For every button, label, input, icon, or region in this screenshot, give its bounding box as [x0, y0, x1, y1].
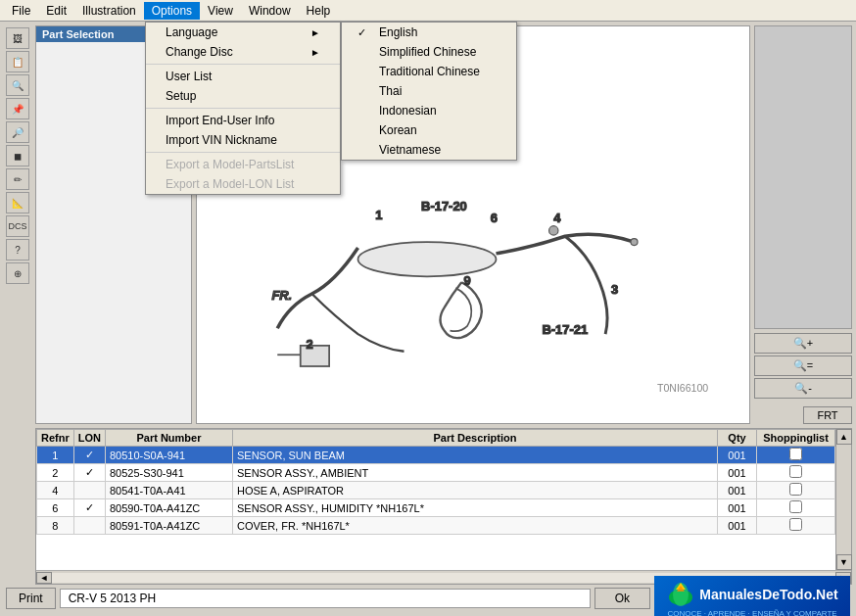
menu-file[interactable]: File: [4, 2, 38, 20]
cell-lon: ✓: [73, 499, 105, 517]
print-button[interactable]: Print: [6, 588, 56, 609]
svg-point-0: [358, 242, 497, 276]
cell-lon: ✓: [73, 464, 105, 482]
toolbar-btn-dcs[interactable]: DCS: [6, 215, 29, 237]
menu-import-vin[interactable]: Import VIN Nickname: [146, 130, 340, 150]
cell-shoppinglist: [757, 447, 835, 464]
cell-part-number: 80525-S30-941: [105, 464, 232, 482]
lang-indonesian[interactable]: Indonesian: [342, 101, 516, 120]
toolbar-btn-5[interactable]: ◼: [6, 145, 29, 166]
toolbar-btn-3[interactable]: 📌: [6, 98, 29, 119]
toolbar-btn-6[interactable]: ✏: [6, 168, 29, 190]
toolbar-btn-0[interactable]: 🖼: [6, 27, 29, 49]
svg-point-12: [549, 226, 558, 235]
cell-shoppinglist: [757, 517, 835, 535]
table-row[interactable]: 8 80591-T0A-A41ZC COVER, FR. *NH167L* 00…: [37, 517, 835, 535]
menubar: File Edit Illustration Options View Wind…: [0, 0, 856, 22]
cell-description: COVER, FR. *NH167L*: [232, 517, 717, 535]
cell-description: HOSE A, ASPIRATOR: [232, 482, 717, 499]
svg-text:4: 4: [553, 211, 561, 225]
model-label: CR-V 5 2013 PH: [60, 589, 591, 608]
menu-export-lon: Export a Model-LON List: [146, 174, 340, 194]
lang-vietnamese[interactable]: Vietnamese: [342, 140, 516, 160]
col-part-number: Part Number: [105, 430, 232, 447]
svg-text:1: 1: [375, 208, 382, 222]
zoom-out-button[interactable]: 🔍-: [754, 378, 852, 399]
separator-2: [146, 108, 340, 109]
watermark-subtitle: CONOCE · APRENDE · ENSEÑA Y COMPARTE: [667, 609, 836, 617]
cell-qty: 001: [718, 499, 757, 517]
menu-options[interactable]: Options: [144, 2, 200, 20]
svg-text:3: 3: [611, 282, 618, 297]
cell-part-number: 80510-S0A-941: [105, 447, 232, 464]
shopping-checkbox[interactable]: [789, 483, 802, 496]
separator-1: [146, 64, 340, 65]
menu-help[interactable]: Help: [299, 2, 339, 20]
menu-view[interactable]: View: [200, 2, 241, 20]
table-row[interactable]: 4 80541-T0A-A41 HOSE A, ASPIRATOR 001: [37, 482, 835, 499]
cell-shoppinglist: [757, 464, 835, 482]
svg-text:B-17-20: B-17-20: [421, 199, 467, 213]
cell-part-number: 80591-T0A-A41ZC: [105, 517, 232, 535]
scroll-up-button[interactable]: ▲: [836, 429, 852, 445]
lang-korean[interactable]: Korean: [342, 120, 516, 140]
menu-import-end-user[interactable]: Import End-User Info: [146, 111, 340, 130]
toolbar-btn-7[interactable]: 📐: [6, 192, 29, 213]
cell-refnr: 2: [37, 464, 74, 482]
svg-text:T0NI66100: T0NI66100: [657, 382, 708, 394]
lang-simplified-chinese[interactable]: Simplified Chinese: [342, 42, 516, 62]
lang-traditional-chinese[interactable]: Traditional Chinese: [342, 62, 516, 81]
menu-setup[interactable]: Setup: [146, 86, 340, 106]
scroll-left-button[interactable]: ◄: [36, 572, 52, 584]
cell-qty: 001: [718, 447, 757, 464]
check-icon-english: ✓: [357, 26, 371, 39]
cell-shoppinglist: [757, 482, 835, 499]
shopping-checkbox[interactable]: [789, 518, 802, 531]
cell-qty: 001: [718, 482, 757, 499]
right-panel: 🔍+ 🔍= 🔍- FRT: [754, 25, 852, 424]
table-row[interactable]: 1 ✓ 80510-S0A-941 SENSOR, SUN BEAM 001: [37, 447, 835, 464]
cell-description: SENSOR ASSY., AMBIENT: [232, 464, 717, 482]
svg-point-13: [631, 239, 638, 246]
menu-export-partslist: Export a Model-PartsList: [146, 155, 340, 174]
table-row[interactable]: 6 ✓ 80590-T0A-A41ZC SENSOR ASSY., HUMIDI…: [37, 499, 835, 517]
menu-user-list[interactable]: User List: [146, 67, 340, 86]
language-submenu-arrow: ►: [310, 27, 320, 38]
svg-text:9: 9: [464, 273, 471, 288]
menu-illustration[interactable]: Illustration: [74, 2, 144, 20]
toolbar-btn-1[interactable]: 📋: [6, 51, 29, 72]
svg-text:2: 2: [307, 337, 313, 352]
menu-window[interactable]: Window: [241, 2, 299, 20]
cell-refnr: 6: [37, 499, 74, 517]
vertical-scrollbar[interactable]: ▲ ▼: [835, 429, 851, 570]
toolbar-btn-help[interactable]: ?: [6, 239, 29, 261]
col-lon: LON: [73, 430, 105, 447]
cell-description: SENSOR ASSY., HUMIDITY *NH167L*: [232, 499, 717, 517]
status-bar: Print CR-V 5 2013 PH Ok ManualesDeTodo.N…: [4, 585, 852, 612]
shopping-checkbox[interactable]: [789, 448, 802, 460]
watermark-title: ManualesDeTodo.Net: [699, 587, 837, 602]
svg-text:6: 6: [491, 211, 498, 225]
shopping-checkbox[interactable]: [789, 500, 802, 513]
menu-language[interactable]: Language ►: [146, 23, 340, 42]
language-submenu-popup: ✓ English Simplified Chinese Traditional…: [341, 22, 517, 161]
table-scroll-area: Refnr LON Part Number Part Description Q…: [36, 429, 851, 570]
table-row[interactable]: 2 ✓ 80525-S30-941 SENSOR ASSY., AMBIENT …: [37, 464, 835, 482]
toolbar-btn-4[interactable]: 🔎: [6, 121, 29, 143]
cell-qty: 001: [718, 464, 757, 482]
lang-english[interactable]: ✓ English: [342, 23, 516, 42]
cell-refnr: 4: [37, 482, 74, 499]
cell-lon: ✓: [73, 447, 105, 464]
zoom-reset-button[interactable]: 🔍=: [754, 355, 852, 376]
shopping-checkbox[interactable]: [789, 465, 802, 478]
ok-button[interactable]: Ok: [594, 588, 650, 609]
lang-thai[interactable]: Thai: [342, 81, 516, 101]
menu-change-disc[interactable]: Change Disc ►: [146, 42, 340, 62]
toolbar-btn-2[interactable]: 🔍: [6, 74, 29, 96]
toolbar-btn-add[interactable]: ⊕: [6, 262, 29, 284]
menu-edit[interactable]: Edit: [38, 2, 74, 20]
scroll-down-button[interactable]: ▼: [836, 554, 852, 570]
zoom-buttons: 🔍+ 🔍= 🔍-: [754, 333, 852, 399]
zoom-in-button[interactable]: 🔍+: [754, 333, 852, 354]
parts-table: Refnr LON Part Number Part Description Q…: [36, 429, 835, 535]
